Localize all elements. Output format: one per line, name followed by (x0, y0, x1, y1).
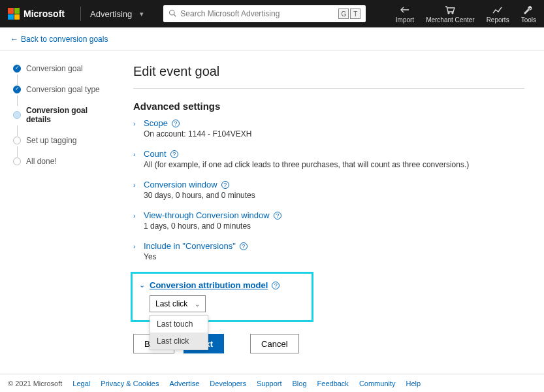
top-tools: Import Merchant Center Reports Tools (396, 5, 536, 24)
help-icon[interactable]: ? (170, 150, 178, 158)
setting-include-conversions-value: Yes (144, 252, 524, 261)
microsoft-logo[interactable]: Microsoft (8, 8, 65, 20)
setting-conversion-window: › Conversion window ? 30 days, 0 hours, … (133, 180, 524, 200)
merchant-label: Merchant Center (426, 16, 474, 24)
footer-link-feedback[interactable]: Feedback (317, 380, 349, 387)
svg-point-0 (170, 10, 175, 16)
cancel-button[interactable]: Cancel (250, 334, 298, 353)
step-dot-icon (13, 157, 21, 165)
setting-include-conversions: › Include in "Conversions" ? Yes (133, 241, 524, 261)
attribution-option-last-click[interactable]: Last click (150, 333, 208, 350)
import-icon (399, 5, 411, 15)
step-connector (17, 95, 18, 106)
setting-include-conversions-header[interactable]: › Include in "Conversions" ? (133, 241, 524, 251)
attribution-select[interactable]: Last click ⌄ (150, 295, 206, 312)
import-tool[interactable]: Import (396, 5, 414, 24)
product-name: Advertising (90, 9, 132, 19)
step-done[interactable]: All done! (13, 157, 111, 166)
search-box[interactable]: G T (163, 5, 366, 22)
help-icon[interactable]: ? (274, 212, 281, 220)
chevron-right-icon: › (133, 120, 140, 127)
setting-count: › Count ? All (for example, if one ad cl… (133, 149, 524, 169)
attribution-options: Last touch Last click (150, 315, 208, 350)
main-panel: Edit event goal Advanced settings › Scop… (118, 51, 544, 374)
reports-tool[interactable]: Reports (487, 5, 509, 24)
attribution-option-last-touch[interactable]: Last touch (150, 316, 208, 333)
help-icon[interactable]: ? (272, 282, 280, 289)
setting-view-through-window-header[interactable]: › View-through Conversion window ? (133, 210, 524, 220)
footer-link-help[interactable]: Help (406, 380, 421, 387)
footer-link-support[interactable]: Support (257, 380, 282, 387)
reports-label: Reports (487, 16, 509, 24)
help-icon[interactable]: ? (172, 120, 180, 127)
step-dot-icon (13, 86, 21, 93)
footer: © 2021 Microsoft Legal Privacy & Cookies… (0, 374, 544, 392)
back-to-goals-link[interactable]: ← Back to conversion goals (5, 32, 113, 46)
step-label: Set up tagging (26, 136, 76, 145)
setting-scope-value: On account: 1144 - F104VEXH (144, 129, 524, 139)
setting-scope-header[interactable]: › Scope ? (133, 118, 524, 128)
setting-view-through-window: › View-through Conversion window ? 1 day… (133, 210, 524, 231)
chevron-right-icon: › (133, 242, 140, 250)
step-connector (17, 125, 18, 136)
setting-attribution-header[interactable]: ⌄ Conversion attribution model ? (139, 280, 302, 290)
step-connector (17, 146, 18, 157)
step-goal-details[interactable]: Conversion goal details (13, 106, 111, 124)
top-header: Microsoft Advertising ▾ G T Import Merch… (0, 0, 544, 27)
setting-conversion-window-header[interactable]: › Conversion window ? (133, 180, 524, 189)
footer-link-advertise[interactable]: Advertise (170, 380, 200, 387)
brand-name: Microsoft (24, 8, 65, 19)
chevron-right-icon: › (133, 212, 140, 220)
back-link-label: Back to conversion goals (21, 35, 108, 44)
cart-icon (444, 5, 456, 15)
import-label: Import (396, 16, 414, 24)
step-label: Conversion goal type (26, 85, 100, 94)
setting-label: Include in "Conversions" (144, 241, 236, 251)
divider (133, 88, 524, 89)
chevron-right-icon: › (133, 181, 140, 189)
back-row: ← Back to conversion goals (0, 27, 544, 51)
setting-count-header[interactable]: › Count ? (133, 149, 524, 159)
step-tagging[interactable]: Set up tagging (13, 136, 111, 145)
help-icon[interactable]: ? (240, 242, 248, 250)
step-label: Conversion goal (26, 64, 83, 73)
svg-point-3 (452, 12, 453, 14)
setting-label: Scope (144, 118, 168, 128)
setting-label: Conversion attribution model (150, 280, 268, 290)
footer-link-community[interactable]: Community (359, 380, 396, 387)
wrench-icon (522, 5, 534, 15)
step-nav: Conversion goal Conversion goal type Con… (0, 51, 118, 374)
attribution-dropdown: Last click ⌄ Last touch Last click (150, 295, 206, 312)
tools-label: Tools (521, 16, 536, 24)
setting-label: Count (144, 149, 167, 159)
step-conversion-goal[interactable]: Conversion goal (13, 64, 111, 73)
chevron-right-icon: › (133, 150, 140, 158)
setting-view-through-window-value: 1 days, 0 hours, and 0 minutes (144, 221, 524, 231)
svg-point-2 (448, 12, 449, 14)
search-input[interactable] (180, 9, 334, 18)
setting-count-value: All (for example, if one ad click leads … (144, 160, 524, 169)
content-area: Conversion goal Conversion goal type Con… (0, 51, 544, 374)
footer-link-legal[interactable]: Legal (72, 380, 90, 387)
merchant-center-tool[interactable]: Merchant Center (426, 5, 474, 24)
help-icon[interactable]: ? (221, 181, 229, 189)
copyright: © 2021 Microsoft (8, 380, 62, 387)
step-dot-icon (13, 137, 21, 144)
section-title: Advanced settings (133, 101, 524, 112)
footer-link-privacy[interactable]: Privacy & Cookies (101, 380, 159, 387)
setting-label: View-through Conversion window (144, 210, 270, 220)
shortcut-tag-g: G (338, 8, 349, 19)
chevron-down-icon: ⌄ (195, 301, 200, 308)
step-dot-icon (13, 111, 21, 119)
divider (80, 7, 81, 21)
chevron-down-icon[interactable]: ▾ (140, 10, 144, 18)
step-label: All done! (26, 157, 57, 166)
step-connector (17, 74, 18, 85)
footer-link-developers[interactable]: Developers (210, 380, 246, 387)
step-dot-icon (13, 65, 21, 73)
step-goal-type[interactable]: Conversion goal type (13, 85, 111, 94)
tools-tool[interactable]: Tools (521, 5, 536, 24)
chart-icon (492, 5, 504, 15)
page-title: Edit event goal (133, 64, 524, 79)
footer-link-blog[interactable]: Blog (293, 380, 307, 387)
